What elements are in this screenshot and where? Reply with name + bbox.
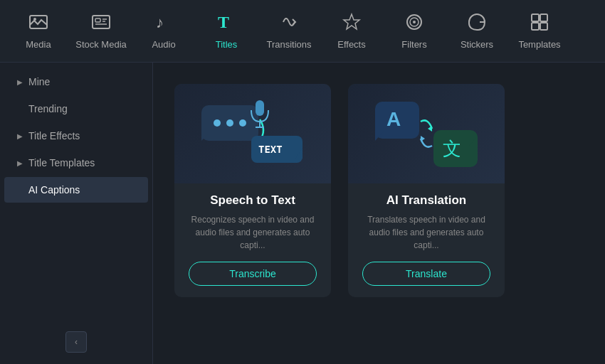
svg-marker-9 (344, 14, 359, 29)
speech-to-text-title: Speech to Text (210, 193, 295, 208)
svg-rect-26 (256, 100, 264, 116)
nav-label-media: Media (26, 39, 51, 50)
svg-text:A: A (386, 108, 401, 130)
body-container: ▶MineTrending▶Title Effects▶Title Templa… (0, 63, 605, 364)
svg-text:TEXT: TEXT (258, 144, 283, 155)
svg-rect-14 (532, 14, 539, 21)
nav-item-transitions[interactable]: Transitions (258, 4, 320, 59)
svg-text:♪: ♪ (156, 14, 164, 31)
nav-label-templates: Templates (518, 39, 560, 50)
svg-point-21 (226, 119, 233, 127)
top-nav: MediaStock Media♪AudioTTitlesTransitions… (0, 0, 605, 63)
sidebar-item-label: Title Templates (28, 157, 95, 168)
titles-icon: T (216, 12, 236, 35)
speech-to-text-description: Recognizes speech in video and audio fil… (184, 213, 321, 252)
chevron-right-icon: ▶ (17, 78, 23, 86)
nav-item-media[interactable]: Media (7, 4, 70, 59)
nav-item-templates[interactable]: Templates (508, 4, 571, 59)
nav-label-effects: Effects (337, 39, 366, 50)
chevron-right-icon: ▶ (17, 159, 23, 167)
sidebar-collapse-button[interactable]: ‹ (65, 331, 87, 353)
svg-text:T: T (218, 13, 229, 31)
ai-translation-description: Translates speech in video and audio fil… (358, 213, 495, 252)
svg-point-20 (214, 119, 221, 127)
filters-icon (404, 12, 424, 35)
ai-translation-button[interactable]: Translate (362, 262, 490, 286)
nav-item-titles[interactable]: TTitles (195, 4, 258, 59)
ai-translation-title: AI Translation (386, 193, 466, 208)
sidebar-item-label: Title Effects (28, 130, 80, 141)
svg-point-1 (33, 18, 36, 21)
nav-label-filters: Filters (401, 39, 426, 50)
nav-label-stickers: Stickers (461, 39, 493, 50)
audio-icon: ♪ (154, 12, 174, 35)
svg-point-12 (413, 21, 416, 23)
sidebar-item-title-templates[interactable]: ▶Title Templates (4, 150, 148, 176)
nav-label-transitions: Transitions (266, 39, 311, 50)
svg-rect-16 (532, 23, 539, 30)
nav-item-effects[interactable]: Effects (320, 4, 383, 59)
ai-translation-svg: A 文 (369, 95, 483, 173)
transitions-icon (279, 12, 299, 35)
svg-rect-3 (95, 18, 100, 22)
nav-item-audio[interactable]: ♪Audio (132, 4, 195, 59)
card-ai-translation: A 文 AI TranslationTranslates speech in v… (348, 84, 505, 297)
svg-text:文: 文 (443, 139, 461, 159)
svg-rect-17 (540, 23, 547, 30)
main-content: TEXT Speech to TextRecognizes speech in … (153, 63, 605, 364)
sidebar-item-ai-captions[interactable]: AI Captions (4, 177, 148, 203)
svg-marker-36 (421, 136, 425, 141)
ai-translation-illustration: A 文 (348, 84, 505, 183)
sidebar-item-label: AI Captions (28, 184, 80, 196)
stock-media-icon (91, 12, 111, 35)
nav-label-stock-media: Stock Media (75, 39, 127, 50)
svg-marker-35 (428, 126, 432, 132)
stickers-icon (467, 12, 487, 35)
nav-item-stock-media[interactable]: Stock Media (70, 4, 132, 59)
chevron-right-icon: ▶ (17, 132, 23, 140)
templates-icon (530, 12, 549, 35)
nav-item-stickers[interactable]: Stickers (446, 4, 508, 59)
effects-icon (342, 12, 362, 35)
sidebar-item-title-effects[interactable]: ▶Title Effects (4, 123, 148, 149)
speech-to-text-button[interactable]: Transcribe (189, 262, 317, 286)
svg-point-22 (239, 119, 246, 127)
svg-rect-15 (540, 14, 547, 21)
speech-to-text-illustration: TEXT (174, 84, 331, 183)
nav-item-filters[interactable]: Filters (383, 4, 446, 59)
nav-label-titles: Titles (216, 39, 238, 50)
sidebar-item-label: Mine (28, 76, 50, 87)
sidebar-item-trending[interactable]: Trending (4, 96, 148, 122)
card-speech-to-text: TEXT Speech to TextRecognizes speech in … (174, 84, 331, 297)
sidebar-item-label: Trending (28, 103, 68, 114)
sidebar-item-mine[interactable]: ▶Mine (4, 69, 148, 95)
nav-label-audio: Audio (152, 39, 175, 50)
speech-to-text-svg: TEXT (196, 95, 310, 173)
media-icon (28, 12, 48, 35)
sidebar: ▶MineTrending▶Title Effects▶Title Templa… (0, 63, 153, 364)
